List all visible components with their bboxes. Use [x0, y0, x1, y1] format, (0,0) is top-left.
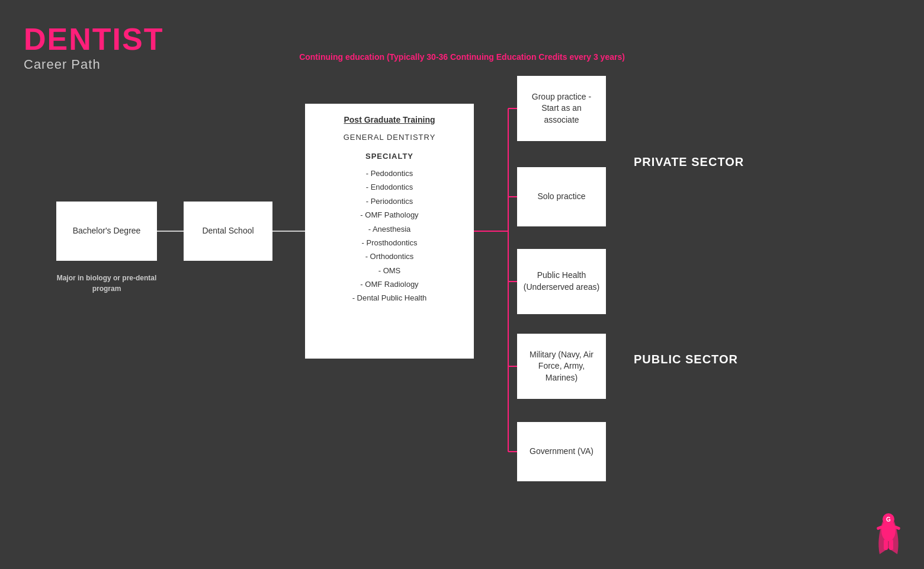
government-box: Government (VA): [517, 422, 606, 481]
specialty-item: - Dental Public Health: [352, 291, 427, 305]
specialty-item: - Orthodontics: [352, 250, 427, 263]
specialty-item: - OMF Radiology: [352, 277, 427, 291]
page-title: DENTIST: [24, 24, 163, 55]
svg-text:G: G: [886, 516, 891, 523]
mascot-logo: G: [871, 510, 906, 557]
solo-practice-box: Solo practice: [517, 167, 606, 226]
specialty-item: - Endodontics: [352, 180, 427, 194]
public-health-box: Public Health (Underserved areas): [517, 249, 606, 314]
military-box: Military (Navy, Air Force, Army, Marines…: [517, 334, 606, 399]
major-note: Major in biology or pre-dental program: [56, 273, 157, 294]
dental-school-box: Dental School: [184, 202, 272, 261]
specialty-item: - Periodontics: [352, 194, 427, 208]
continuing-ed-note: Continuing education (Typically 30-36 Co…: [0, 52, 924, 62]
specialty-list: - Pedodontics - Endodontics - Periodonti…: [352, 167, 427, 305]
postgrad-specialty-title: SPECIALTY: [365, 151, 413, 162]
postgrad-box: Post Graduate Training GENERAL DENTISTRY…: [305, 104, 474, 359]
svg-rect-16: [884, 539, 888, 550]
private-sector-label: PRIVATE SECTOR: [634, 155, 744, 169]
specialty-item: - Prosthodontics: [352, 236, 427, 250]
specialty-item: - OMF Pathology: [352, 208, 427, 222]
postgrad-title: Post Graduate Training: [344, 114, 435, 126]
public-sector-label: PUBLIC SECTOR: [634, 353, 738, 366]
group-practice-box: Group practice - Start as an associate: [517, 76, 606, 141]
postgrad-general: GENERAL DENTISTRY: [344, 132, 436, 143]
specialty-item: - Anesthesia: [352, 222, 427, 236]
svg-rect-17: [889, 539, 893, 550]
title-section: DENTIST Career Path: [24, 24, 163, 72]
specialty-item: - OMS: [352, 264, 427, 277]
specialty-item: - Pedodontics: [352, 167, 427, 180]
bachelor-degree-box: Bachelor's Degree: [56, 202, 157, 261]
